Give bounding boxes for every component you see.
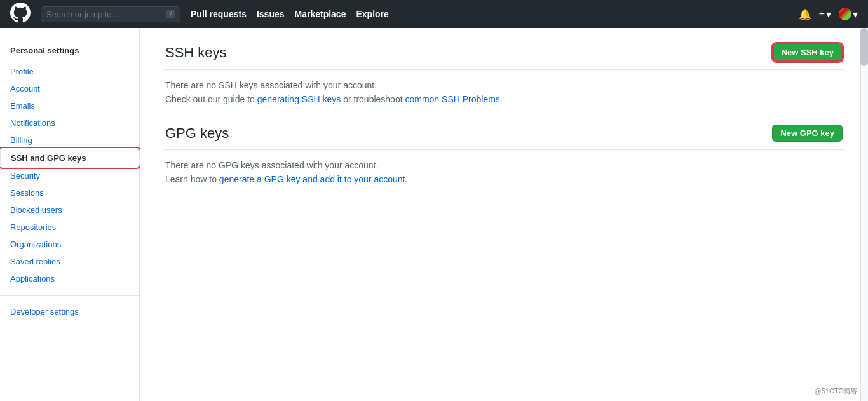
ssh-guide-link2[interactable]: common SSH Problems	[405, 94, 499, 104]
nav-pull-requests[interactable]: Pull requests	[191, 9, 247, 19]
sidebar-item-saved-replies[interactable]: Saved replies	[0, 253, 139, 270]
search-bar[interactable]: /	[41, 6, 180, 22]
scrollbar-thumb[interactable]	[860, 28, 868, 66]
new-ssh-key-button[interactable]: New SSH key	[773, 43, 843, 62]
sidebar-item-applications[interactable]: Applications	[0, 270, 139, 287]
gpg-keys-header: GPG keys New GPG key	[165, 125, 843, 150]
ssh-no-keys-text: There are no SSH keys associated with yo…	[165, 80, 843, 90]
search-input[interactable]	[46, 10, 163, 19]
gpg-keys-title: GPG keys	[165, 125, 229, 142]
sidebar-item-account[interactable]: Account	[0, 80, 139, 97]
ssh-keys-title: SSH keys	[165, 44, 227, 61]
sidebar-item-developer-settings[interactable]: Developer settings	[0, 303, 139, 320]
sidebar: Personal settings Profile Account Emails…	[0, 28, 140, 401]
gpg-keys-section: GPG keys New GPG key There are no GPG ke…	[165, 125, 843, 184]
navbar-right: 🔔 + ▾ ▾	[799, 8, 858, 20]
sidebar-item-organizations[interactable]: Organizations	[0, 236, 139, 253]
slash-kbd: /	[166, 10, 175, 18]
gpg-learn-prefix: Learn how to	[165, 174, 219, 184]
sidebar-item-emails[interactable]: Emails	[0, 97, 139, 114]
ssh-period: .	[500, 94, 503, 104]
sidebar-item-profile[interactable]: Profile	[0, 63, 139, 80]
ssh-guide-text: Check out our guide to generating SSH ke…	[165, 94, 843, 104]
gpg-learn-link[interactable]: generate a GPG key and add it to your ac…	[219, 174, 405, 184]
nav-issues[interactable]: Issues	[257, 9, 285, 19]
new-gpg-key-button[interactable]: New GPG key	[772, 125, 843, 142]
ssh-keys-header: SSH keys New SSH key	[165, 43, 843, 70]
scrollbar-track	[860, 28, 868, 401]
nav-marketplace[interactable]: Marketplace	[295, 9, 346, 19]
navbar: / Pull requests Issues Marketplace Explo…	[0, 0, 868, 28]
sidebar-item-sessions[interactable]: Sessions	[0, 184, 139, 201]
main-container: Personal settings Profile Account Emails…	[0, 28, 868, 401]
watermark: @51CTO博客	[815, 386, 858, 396]
avatar-dropdown-arrow: ▾	[853, 8, 858, 20]
sidebar-header: Personal settings	[0, 41, 139, 60]
navbar-links: Pull requests Issues Marketplace Explore	[191, 9, 389, 19]
gpg-learn-text: Learn how to generate a GPG key and add …	[165, 174, 843, 184]
chevron-down-icon: ▾	[826, 8, 831, 20]
main-content: SSH keys New SSH key There are no SSH ke…	[140, 28, 868, 401]
ssh-or-text: or troubleshoot	[341, 94, 405, 104]
new-item-plus-icon[interactable]: + ▾	[819, 8, 831, 20]
ssh-guide-prefix: Check out our guide to	[165, 94, 257, 104]
ssh-guide-link1[interactable]: generating SSH keys	[257, 94, 341, 104]
gpg-period: .	[405, 174, 407, 184]
sidebar-item-notifications[interactable]: Notifications	[0, 114, 139, 132]
ssh-keys-section: SSH keys New SSH key There are no SSH ke…	[165, 43, 843, 104]
sidebar-item-billing[interactable]: Billing	[0, 132, 139, 149]
gpg-no-keys-text: There are no GPG keys associated with yo…	[165, 160, 843, 170]
sidebar-item-blocked-users[interactable]: Blocked users	[0, 201, 139, 219]
avatar	[839, 8, 851, 20]
sidebar-item-security[interactable]: Security	[0, 167, 139, 184]
sidebar-item-repositories[interactable]: Repositories	[0, 219, 139, 236]
sidebar-item-ssh-gpg-keys[interactable]: SSH and GPG keys	[0, 149, 139, 167]
github-logo-icon[interactable]	[10, 3, 31, 26]
notifications-bell-icon[interactable]: 🔔	[799, 8, 811, 20]
nav-explore[interactable]: Explore	[356, 9, 388, 19]
user-avatar-menu[interactable]: ▾	[839, 8, 858, 20]
sidebar-divider	[0, 295, 139, 296]
